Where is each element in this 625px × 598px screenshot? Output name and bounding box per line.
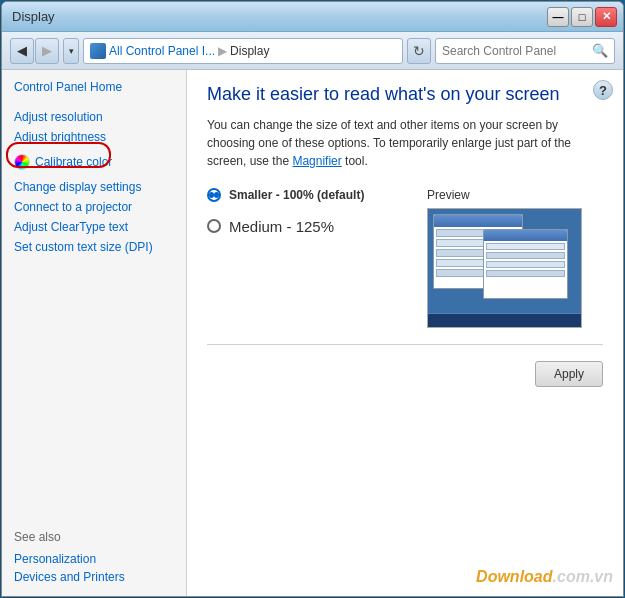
sidebar-item-adjust-brightness[interactable]: Adjust brightness — [14, 128, 174, 146]
sidebar-item-set-custom-text[interactable]: Set custom text size (DPI) — [14, 238, 174, 256]
preview-area: Preview — [427, 188, 582, 328]
radio-options: Smaller - 100% (default) Medium - 125% — [207, 188, 407, 235]
radio-medium-label: Medium - 125% — [229, 218, 334, 235]
content-area: ? Make it easier to read what's on your … — [187, 70, 623, 596]
search-bar: 🔍 — [435, 38, 615, 64]
content-desc-end: tool. — [345, 154, 368, 168]
sidebar-home-link[interactable]: Control Panel Home — [14, 80, 174, 94]
radio-medium-btn[interactable] — [207, 219, 221, 233]
magnifier-link[interactable]: Magnifier — [292, 154, 341, 168]
nav-arrows: ◀ ▶ — [10, 38, 59, 64]
see-also-label: See also — [14, 530, 174, 544]
sidebar-item-adjust-cleartype[interactable]: Adjust ClearType text — [14, 218, 174, 236]
breadcrumb: All Control Panel I... ▶ Display — [83, 38, 403, 64]
help-button[interactable]: ? — [593, 80, 613, 100]
watermark-rest: .com.vn — [553, 568, 613, 585]
main-area: Control Panel Home Adjust resolution Adj… — [2, 70, 623, 596]
forward-button[interactable]: ▶ — [35, 38, 59, 64]
watermark-download: Download — [476, 568, 552, 585]
preview-label: Preview — [427, 188, 470, 202]
refresh-button[interactable]: ↻ — [407, 38, 431, 64]
see-also-section: See also Personalization Devices and Pri… — [14, 520, 174, 586]
preview-image — [427, 208, 582, 328]
title-bar: Display — □ ✕ — [2, 2, 623, 32]
sidebar-item-adjust-resolution[interactable]: Adjust resolution — [14, 108, 174, 126]
sidebar: Control Panel Home Adjust resolution Adj… — [2, 70, 187, 596]
title-bar-controls: — □ ✕ — [547, 7, 617, 27]
back-button[interactable]: ◀ — [10, 38, 34, 64]
radio-smaller-btn[interactable] — [207, 188, 221, 202]
color-wheel-icon — [14, 154, 30, 170]
page-title: Make it easier to read what's on your sc… — [207, 84, 603, 106]
breadcrumb-current: Display — [230, 44, 269, 58]
sidebar-item-change-display-settings[interactable]: Change display settings — [14, 178, 174, 196]
calibrate-color-label: Calibrate color — [35, 155, 112, 169]
radio-smaller-label: Smaller - 100% (default) — [229, 188, 364, 202]
title-bar-left: Display — [8, 9, 55, 24]
breadcrumb-separator: ▶ — [218, 44, 227, 58]
nav-dropdown-button[interactable]: ▾ — [63, 38, 79, 64]
radio-option-medium[interactable]: Medium - 125% — [207, 218, 407, 235]
watermark: Download.com.vn — [476, 568, 613, 586]
sidebar-item-calibrate-color[interactable]: Calibrate color — [14, 152, 174, 172]
main-window: Display — □ ✕ ◀ ▶ ▾ All Control Panel I.… — [1, 1, 624, 597]
radio-option-smaller[interactable]: Smaller - 100% (default) — [207, 188, 407, 202]
close-button[interactable]: ✕ — [595, 7, 617, 27]
sidebar-nav: Adjust resolution Adjust brightness Cali… — [14, 108, 174, 256]
search-input[interactable] — [442, 44, 592, 58]
maximize-button[interactable]: □ — [571, 7, 593, 27]
content-desc-text: You can change the size of text and othe… — [207, 118, 571, 168]
separator — [207, 344, 603, 345]
sidebar-item-personalization[interactable]: Personalization — [14, 550, 174, 568]
sidebar-item-devices-and-printers[interactable]: Devices and Printers — [14, 568, 174, 586]
nav-bar: ◀ ▶ ▾ All Control Panel I... ▶ Display ↻… — [2, 32, 623, 70]
breadcrumb-icon — [90, 43, 106, 59]
search-icon[interactable]: 🔍 — [592, 43, 608, 58]
content-description: You can change the size of text and othe… — [207, 116, 603, 170]
window-title: Display — [12, 9, 55, 24]
sidebar-item-connect-to-projector[interactable]: Connect to a projector — [14, 198, 174, 216]
minimize-button[interactable]: — — [547, 7, 569, 27]
apply-button[interactable]: Apply — [535, 361, 603, 387]
options-area: Smaller - 100% (default) Medium - 125% P… — [207, 188, 603, 328]
breadcrumb-home-link[interactable]: All Control Panel I... — [109, 44, 215, 58]
